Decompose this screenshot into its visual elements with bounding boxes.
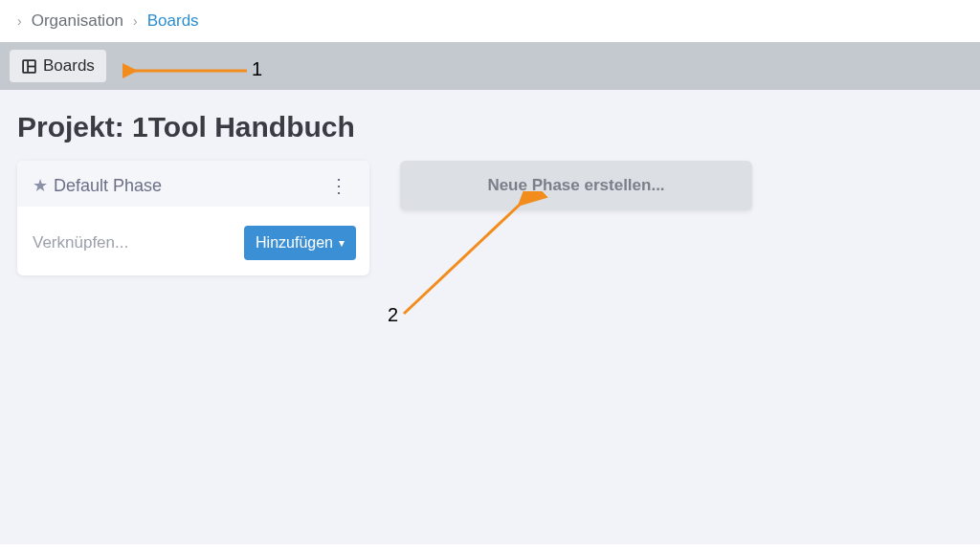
- phase-title-wrap: ★ Default Phase: [33, 175, 162, 196]
- chevron-down-icon: ▾: [339, 236, 345, 250]
- annotation-label-2: 2: [388, 304, 398, 326]
- phase-card: ★ Default Phase ⋮ Hinzufügen ▾: [17, 161, 369, 275]
- star-icon: ★: [33, 175, 48, 196]
- new-phase-button[interactable]: Neue Phase erstellen...: [400, 161, 752, 210]
- tabbar: Boards: [0, 42, 980, 90]
- breadcrumb-organisation[interactable]: Organisation: [32, 11, 123, 31]
- breadcrumb: › Organisation › Boards: [0, 0, 980, 42]
- tab-boards[interactable]: Boards: [10, 50, 106, 82]
- chevron-right-icon: ›: [17, 13, 22, 29]
- add-button-label: Hinzufügen: [256, 234, 333, 252]
- breadcrumb-boards[interactable]: Boards: [147, 11, 199, 31]
- link-input[interactable]: [33, 233, 234, 252]
- page-title: Projekt: 1Tool Handbuch: [17, 111, 963, 143]
- phase-card-header: ★ Default Phase ⋮: [17, 161, 369, 207]
- tab-boards-label: Boards: [43, 56, 95, 76]
- new-phase-label: Neue Phase erstellen...: [487, 176, 664, 195]
- phase-title: Default Phase: [54, 176, 162, 196]
- annotation-label-1: 1: [252, 58, 262, 80]
- columns-icon: [21, 58, 37, 75]
- add-button[interactable]: Hinzufügen ▾: [244, 226, 356, 260]
- content-area: Projekt: 1Tool Handbuch ★ Default Phase …: [0, 90, 980, 544]
- cards-row: ★ Default Phase ⋮ Hinzufügen ▾ Neue Phas…: [17, 161, 963, 275]
- chevron-right-icon: ›: [133, 13, 138, 29]
- kebab-menu-icon[interactable]: ⋮: [323, 174, 354, 197]
- phase-card-body: Hinzufügen ▾: [17, 207, 369, 275]
